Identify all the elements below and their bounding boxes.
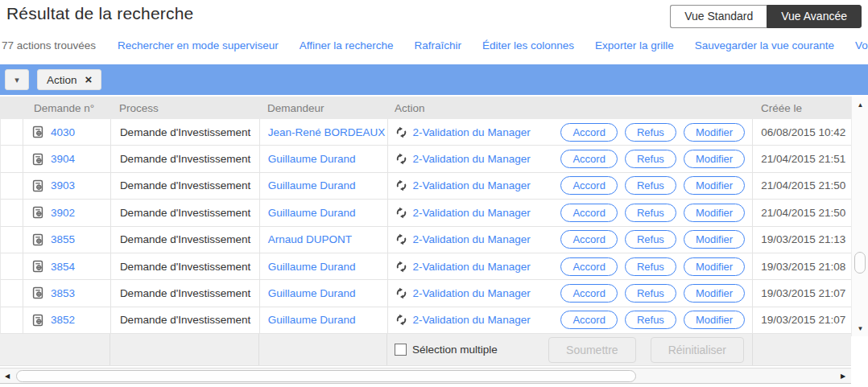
table-row: 3852 Demande d'Investissement Guillaume … [0, 307, 851, 334]
document-gear-icon [31, 233, 44, 246]
accord-button[interactable]: Accord [560, 257, 617, 276]
refus-button[interactable]: Refus [625, 257, 676, 276]
modifier-button[interactable]: Modifier [684, 284, 745, 303]
accord-button[interactable]: Accord [560, 204, 617, 222]
request-id-link[interactable]: 3853 [51, 287, 75, 299]
created-date: 06/08/2015 10:42 [761, 126, 845, 138]
request-id-link[interactable]: 3855 [51, 233, 75, 245]
process-name: Demande d'Investissement [120, 126, 250, 138]
refus-button[interactable]: Refus [625, 230, 676, 249]
refresh-icon [395, 314, 407, 326]
refresh-icon [395, 233, 407, 245]
scroll-down-icon[interactable]: ▼ [852, 322, 868, 335]
col-header-process[interactable]: Process [110, 102, 259, 114]
modifier-button[interactable]: Modifier [684, 204, 745, 222]
col-header-demande[interactable]: Demande n° [23, 102, 110, 114]
modifier-button[interactable]: Modifier [684, 150, 745, 168]
accord-button[interactable]: Accord [560, 311, 617, 329]
request-id-link[interactable]: 3902 [51, 207, 75, 219]
page-title: Résultat de la recherche [6, 4, 193, 23]
scroll-left-icon[interactable]: ◀ [1, 368, 14, 383]
modifier-button[interactable]: Modifier [684, 311, 745, 329]
refus-button[interactable]: Refus [625, 284, 676, 303]
table-row: 3902 Demande d'Investissement Guillaume … [0, 200, 851, 226]
action-step-link[interactable]: 2-Validation du Manager [413, 287, 531, 299]
col-header-action[interactable]: Action [387, 102, 753, 114]
accord-button[interactable]: Accord [560, 123, 617, 142]
filter-chip-action[interactable]: Action × [37, 69, 101, 90]
remove-icon[interactable]: × [85, 74, 93, 85]
action-step-link[interactable]: 2-Validation du Manager [413, 314, 531, 326]
table-row: 4030 Demande d'Investissement Jean-René … [0, 119, 851, 146]
link-sauvegarder-vue[interactable]: Sauvegarder la vue courante [695, 39, 834, 51]
scroll-up-icon[interactable]: ▲ [852, 98, 868, 111]
multi-select-checkbox[interactable] [395, 344, 407, 356]
requester-link[interactable]: Guillaume Durand [268, 261, 356, 273]
link-affiner-recherche[interactable]: Affiner la recherche [300, 39, 394, 51]
created-date: 19/03/2015 21:07 [761, 287, 845, 299]
table-footer: Sélection multiple Soumettre Réinitialis… [0, 334, 851, 366]
request-id-link[interactable]: 3854 [51, 261, 75, 273]
accord-button[interactable]: Accord [560, 150, 617, 168]
col-header-creee-le[interactable]: Créée le [753, 102, 851, 114]
row-actions: Accord Refus Modifier [560, 176, 745, 195]
action-step-link[interactable]: 2-Validation du Manager [413, 207, 531, 219]
action-step-link[interactable]: 2-Validation du Manager [413, 261, 531, 273]
refus-button[interactable]: Refus [625, 150, 676, 168]
process-name: Demande d'Investissement [120, 314, 250, 326]
link-editer-colonnes[interactable]: Éditer les colonnes [482, 39, 574, 51]
filter-dropdown-button[interactable]: ▾ [5, 69, 29, 90]
reset-button[interactable]: Réinitialiser [651, 337, 744, 363]
table-header: Demande n° Process Demandeur Action Créé… [0, 97, 851, 119]
process-name: Demande d'Investissement [120, 233, 250, 245]
request-id-link[interactable]: 4030 [51, 126, 75, 138]
request-id-link[interactable]: 3852 [51, 314, 75, 326]
horizontal-scrollbar-thumb[interactable] [16, 370, 636, 382]
requester-link[interactable]: Arnaud DUPONT [268, 233, 352, 245]
refus-button[interactable]: Refus [625, 311, 676, 329]
link-exporter-grille[interactable]: Exporter la grille [595, 39, 674, 51]
requester-link[interactable]: Guillaume Durand [268, 179, 356, 191]
process-name: Demande d'Investissement [120, 261, 250, 273]
accord-button[interactable]: Accord [560, 284, 617, 303]
link-voir-graphique[interactable]: Voir le graphique [855, 39, 868, 51]
modifier-button[interactable]: Modifier [684, 257, 745, 276]
refus-button[interactable]: Refus [625, 204, 676, 222]
row-actions: Accord Refus Modifier [560, 204, 745, 222]
refus-button[interactable]: Refus [625, 176, 676, 195]
action-step-link[interactable]: 2-Validation du Manager [413, 179, 531, 191]
link-rafraichir[interactable]: Rafraîchir [415, 39, 462, 51]
action-step-link[interactable]: 2-Validation du Manager [413, 126, 531, 138]
link-mode-superviseur[interactable]: Rechercher en mode superviseur [118, 39, 279, 51]
vertical-scrollbar-thumb[interactable] [854, 252, 866, 274]
refus-button[interactable]: Refus [625, 123, 676, 142]
modifier-button[interactable]: Modifier [684, 176, 745, 195]
request-id-link[interactable]: 3904 [51, 153, 75, 165]
requester-link[interactable]: Guillaume Durand [268, 314, 356, 326]
table-row: 3903 Demande d'Investissement Guillaume … [0, 173, 851, 200]
scroll-right-icon[interactable]: ▶ [837, 368, 849, 383]
refresh-icon [395, 261, 407, 273]
horizontal-scrollbar[interactable]: ◀ ▶ [0, 368, 851, 384]
action-step-link[interactable]: 2-Validation du Manager [413, 233, 531, 245]
vertical-scrollbar[interactable]: ▲ ▼ [851, 97, 868, 336]
requester-link[interactable]: Guillaume Durand [268, 287, 356, 299]
modifier-button[interactable]: Modifier [684, 230, 745, 249]
request-id-link[interactable]: 3903 [51, 179, 75, 191]
col-header-demandeur[interactable]: Demandeur [259, 102, 387, 114]
action-step-link[interactable]: 2-Validation du Manager [413, 153, 531, 165]
created-date: 21/04/2015 21:51 [761, 153, 845, 165]
requester-link[interactable]: Guillaume Durand [268, 207, 356, 219]
created-date: 19/03/2015 21:08 [761, 261, 845, 273]
modifier-button[interactable]: Modifier [684, 123, 745, 142]
accord-button[interactable]: Accord [560, 230, 617, 249]
requester-link[interactable]: Jean-René BORDEAUX [268, 126, 386, 138]
view-standard-button[interactable]: Vue Standard [670, 5, 767, 28]
view-advanced-button[interactable]: Vue Avancée [767, 5, 862, 28]
submit-button[interactable]: Soumettre [548, 337, 636, 363]
refresh-icon [395, 153, 407, 165]
requester-link[interactable]: Guillaume Durand [268, 153, 356, 165]
accord-button[interactable]: Accord [560, 176, 617, 195]
results-grid: Demande n° Process Demandeur Action Créé… [0, 97, 851, 366]
toolbar: 77 actions trouvées Rechercher en mode s… [0, 35, 868, 55]
